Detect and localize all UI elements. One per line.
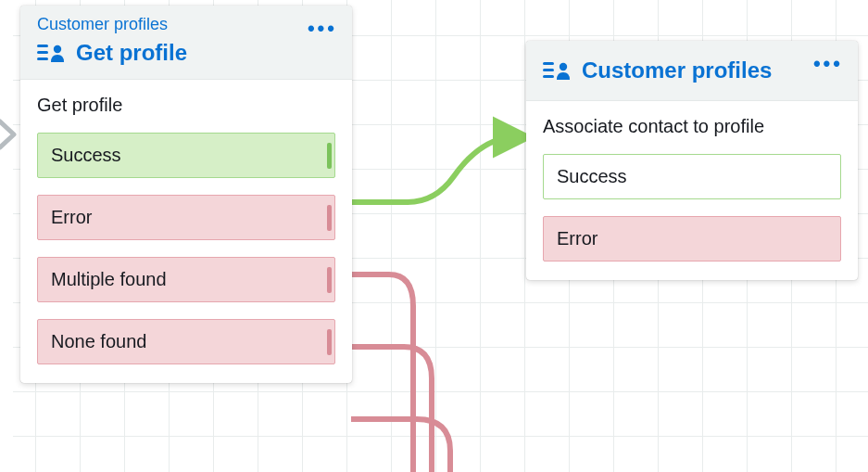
output-port-icon[interactable]: [327, 329, 336, 355]
branch-multiple-found[interactable]: Multiple found: [37, 257, 335, 302]
grid-edge-mask: [0, 0, 13, 472]
output-port-icon[interactable]: [327, 205, 336, 231]
block-title: Get profile: [76, 40, 187, 66]
block-menu-button[interactable]: •••: [813, 52, 843, 76]
profile-list-icon: [37, 42, 65, 64]
output-port-icon[interactable]: [327, 143, 336, 169]
block-get-profile[interactable]: Customer profiles Get profile ••• Get pr…: [20, 6, 352, 383]
branch-success[interactable]: Success: [543, 154, 841, 199]
svg-rect-2: [37, 57, 48, 60]
block-customer-profiles[interactable]: Customer profiles ••• Associate contact …: [526, 41, 858, 280]
profile-list-icon: [543, 59, 571, 82]
block-header[interactable]: Customer profiles Get profile •••: [20, 6, 352, 80]
branch-label: Multiple found: [51, 269, 167, 289]
branch-label: None found: [51, 331, 146, 351]
branch-error[interactable]: Error: [37, 195, 335, 240]
block-body: Associate contact to profile Success Err…: [526, 101, 858, 280]
branch-error[interactable]: Error: [543, 216, 841, 262]
svg-rect-1: [37, 51, 48, 54]
block-action-label: Get profile: [37, 95, 335, 116]
branch-success[interactable]: Success: [37, 133, 335, 178]
svg-rect-6: [543, 75, 554, 78]
svg-point-7: [560, 63, 567, 70]
block-category: Customer profiles: [37, 15, 335, 34]
branch-label: Error: [557, 228, 598, 249]
flow-entry-chevron-icon: [0, 117, 22, 152]
svg-rect-5: [543, 69, 554, 71]
svg-rect-0: [37, 45, 48, 47]
branch-none-found[interactable]: None found: [37, 319, 335, 364]
output-port-icon[interactable]: [327, 267, 336, 293]
branch-label: Success: [557, 166, 627, 186]
block-body: Get profile Success Error Multiple found…: [20, 80, 352, 383]
branch-label: Success: [51, 145, 121, 165]
block-menu-button[interactable]: •••: [308, 17, 337, 41]
block-header[interactable]: Customer profiles •••: [526, 41, 858, 101]
branch-label: Error: [51, 207, 92, 227]
svg-rect-4: [543, 62, 554, 65]
block-title: Customer profiles: [582, 57, 772, 83]
svg-point-3: [54, 45, 61, 53]
block-action-label: Associate contact to profile: [543, 116, 841, 137]
